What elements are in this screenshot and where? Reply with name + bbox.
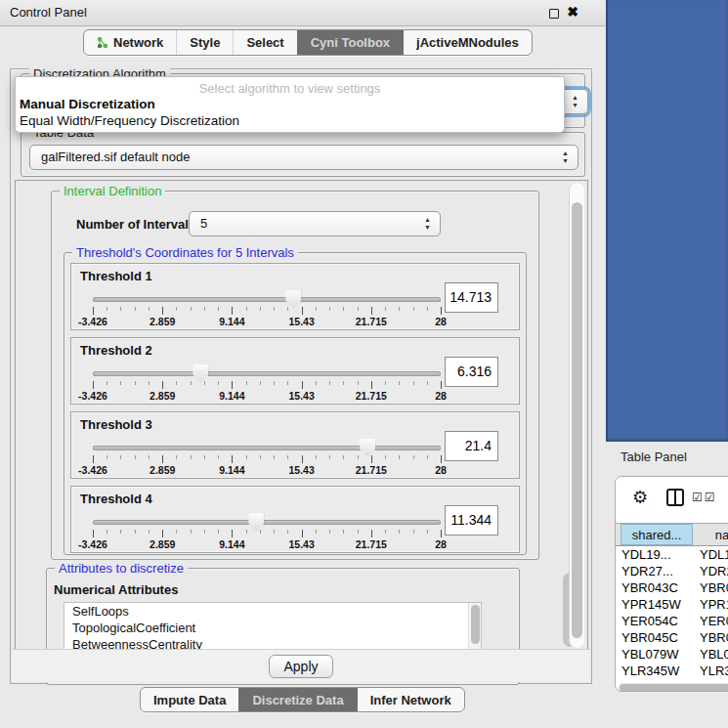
- gear-icon[interactable]: ⚙: [632, 488, 648, 507]
- slider-track[interactable]: [93, 371, 441, 376]
- table-cell[interactable]: YBL079W: [621, 646, 679, 663]
- columns-icon[interactable]: [666, 489, 684, 506]
- scrollbar-thumb[interactable]: [620, 684, 728, 692]
- table-cell[interactable]: YBR0: [700, 629, 728, 646]
- interval-definition-group: Interval Definition Number of Intervals …: [51, 191, 539, 560]
- table-cell[interactable]: YER054C: [621, 613, 678, 629]
- tab-cyni-toolbox[interactable]: Cyni Toolbox: [297, 30, 403, 55]
- threshold-label: Threshold 4: [80, 492, 152, 506]
- tab-network[interactable]: Network: [84, 30, 176, 55]
- table-row[interactable]: YPR145WYPR1: [616, 596, 728, 613]
- table-cell[interactable]: YDR27...: [621, 563, 673, 579]
- popup-item-equal-width-frequency[interactable]: Equal Width/Frequency Discretization: [16, 112, 564, 129]
- combo-arrows-icon: ▲▼: [561, 150, 570, 165]
- table-cell[interactable]: YDR2: [700, 563, 728, 579]
- table-row[interactable]: YDR27...YDR2: [616, 563, 728, 579]
- attribute-item-selfloops[interactable]: SelfLoops: [64, 603, 481, 620]
- tab-label: Network: [113, 35, 163, 50]
- number-of-intervals-label: Number of Intervals: [76, 217, 195, 232]
- table-cell[interactable]: YDL19...: [621, 546, 671, 563]
- scrollbar-thumb[interactable]: [572, 202, 582, 638]
- table-row[interactable]: YLR345WYLR3: [616, 663, 728, 679]
- select-columns-checkboxes-icon[interactable]: ☑☑: [692, 491, 717, 504]
- panel-vertical-scrollbar[interactable]: [569, 183, 584, 648]
- threshold-value-field[interactable]: 6.316: [445, 357, 498, 387]
- bottom-tabs: Impute DataDiscretize DataInfer Network: [140, 687, 465, 712]
- threshold-slider[interactable]: -3.4262.8599.14415.4321.71528: [93, 438, 441, 477]
- tab-jactivemnodules[interactable]: jActiveMNodules: [403, 30, 532, 55]
- threshold-value-field[interactable]: 11.344: [445, 505, 498, 535]
- table-rows: YDL19...YDL1YDR27...YDR2YBR043CYBR0YPR14…: [616, 546, 728, 691]
- threshold-label: Threshold 1: [80, 269, 152, 283]
- slider-tick-labels: -3.4262.8599.14415.4321.71528: [93, 538, 441, 550]
- apply-button[interactable]: Apply: [269, 655, 332, 678]
- threshold-label: Threshold 2: [80, 343, 152, 358]
- table-horizontal-scrollbar[interactable]: [619, 683, 728, 692]
- tab-impute-data[interactable]: Impute Data: [141, 688, 238, 711]
- close-icon[interactable]: ✖: [567, 4, 578, 20]
- slider-track[interactable]: [93, 520, 441, 525]
- table-data-combobox[interactable]: galFiltered.sif default node ▲▼: [29, 145, 578, 170]
- attribute-items: SelfLoopsTopologicalCoefficientBetweenne…: [64, 603, 481, 651]
- threshold-value-field[interactable]: 21.4: [445, 431, 498, 461]
- table-toolbar: ⚙ ☑☑: [616, 477, 728, 522]
- threshold-panel-threshold-4: Threshold 4-3.4262.8599.14415.4321.71528…: [70, 486, 520, 553]
- table-row[interactable]: YER054CYER0: [616, 613, 728, 629]
- slider-tick-labels: -3.4262.8599.14415.4321.71528: [93, 316, 441, 327]
- table-cell[interactable]: YLR3: [700, 663, 728, 679]
- tab-discretize-data[interactable]: Discretize Data: [238, 688, 356, 711]
- numerical-attributes-label: Numerical Attributes: [54, 582, 178, 597]
- popup-item-manual-discretization[interactable]: Manual Discretization: [16, 96, 564, 112]
- table-panel-title: Table Panel: [621, 450, 687, 464]
- tab-label: Impute Data: [153, 693, 226, 707]
- settings-scroll-panel: Interval Definition Number of Intervals …: [15, 180, 588, 651]
- tab-select[interactable]: Select: [233, 30, 296, 55]
- attributes-list-scrollbar[interactable]: [468, 603, 481, 650]
- table-cell[interactable]: YER0: [700, 613, 728, 629]
- cyni-toolbox-panel: Discretization Algorithm ▲▼ Table Data g…: [10, 68, 592, 684]
- threshold-panel-threshold-1: Threshold 1-3.4262.8599.14415.4321.71528…: [70, 263, 520, 330]
- table-cell[interactable]: YDL1: [700, 546, 728, 563]
- tab-label: Discretize Data: [252, 693, 343, 707]
- table-row[interactable]: YBR045CYBR0: [616, 629, 728, 646]
- threshold-slider[interactable]: -3.4262.8599.14415.4321.71528: [93, 289, 441, 328]
- tab-label: jActiveMNodules: [416, 35, 519, 50]
- table-cell[interactable]: YBR0: [700, 579, 728, 596]
- threshold-slider[interactable]: -3.4262.8599.14415.4321.71528: [93, 364, 441, 403]
- thresholds-list: Threshold 1-3.4262.8599.14415.4321.71528…: [64, 263, 526, 560]
- column-header-na[interactable]: na: [694, 524, 728, 545]
- number-of-intervals-combobox[interactable]: 5 ▲▼: [189, 211, 441, 236]
- table-cell[interactable]: YPR145W: [621, 596, 681, 613]
- table-row[interactable]: YBL079WYBL0: [616, 646, 728, 663]
- table-cell[interactable]: YBR043C: [621, 579, 678, 596]
- apply-bar: Apply: [12, 649, 590, 682]
- tab-style[interactable]: Style: [176, 30, 233, 55]
- scrollbar-thumb[interactable]: [471, 605, 480, 644]
- table-cell[interactable]: YLR345W: [621, 663, 679, 679]
- table-cell[interactable]: YBL0: [700, 646, 728, 663]
- threshold-value-field[interactable]: 14.713: [445, 282, 498, 313]
- thresholds-group-title: Threshold's Coordinates for 5 Intervals: [72, 245, 298, 260]
- attribute-item-topologicalcoefficient[interactable]: TopologicalCoefficient: [64, 620, 481, 636]
- tab-label: Style: [190, 35, 220, 50]
- popup-placeholder: Select algorithm to view settings: [16, 81, 564, 96]
- combo-arrows-icon: ▲▼: [571, 94, 579, 109]
- tab-infer-network[interactable]: Infer Network: [357, 688, 464, 711]
- slider-track[interactable]: [93, 297, 441, 302]
- number-of-intervals-value: 5: [200, 216, 207, 231]
- table-header-row: shared...na: [616, 523, 728, 546]
- network-window-frame: GAL80GCGAL11GAL4GCY1HHAP2: [606, 0, 728, 442]
- tab-label: Cyni Toolbox: [311, 35, 390, 50]
- threshold-slider[interactable]: -3.4262.8599.14415.4321.71528: [93, 512, 441, 551]
- table-row[interactable]: YDL19...YDL1: [616, 546, 728, 563]
- table-cell[interactable]: YBR045C: [621, 629, 678, 646]
- float-window-icon[interactable]: [549, 9, 559, 19]
- table-row[interactable]: YBR043CYBR0: [616, 579, 728, 596]
- table-cell[interactable]: YPR1: [700, 596, 728, 613]
- slider-ticks: [93, 381, 441, 390]
- slider-track[interactable]: [93, 446, 441, 450]
- table-data-group: Table Data galFiltered.sif default node …: [21, 132, 585, 177]
- interval-definition-title: Interval Definition: [60, 184, 165, 198]
- column-header-shared-[interactable]: shared...: [621, 524, 693, 545]
- numerical-attributes-list[interactable]: SelfLoopsTopologicalCoefficientBetweenne…: [64, 602, 482, 651]
